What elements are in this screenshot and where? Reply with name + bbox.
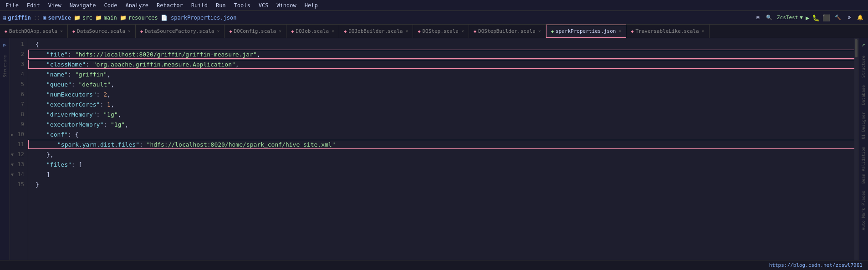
brand-service[interactable]: ▣ service [43,15,71,21]
right-label-checkmark[interactable]: ✓ [859,38,868,52]
code-line-10: "conf" : { [28,129,858,139]
tab-DQStepBuilder[interactable]: ◆ DQStepBuilder.scala × [469,25,546,38]
tab-close-icon[interactable]: × [618,29,621,34]
comma-5: , [107,91,111,98]
tab-label: DataSourceFactory.scala [145,28,214,34]
path-file[interactable]: 📄 sparkProperties.json [161,15,237,21]
tab-DQJobBuilder[interactable]: ◆ DQJobBuilder.scala × [339,25,413,38]
run-config-label: ZcsTest [777,15,798,20]
menu-view[interactable]: View [45,1,65,10]
tab-sparkProperties[interactable]: ◆ sparkProperties.json × [546,25,627,38]
scala-icon: ◆ [631,29,633,34]
tab-DataSource[interactable]: ◆ DataSource.scala × [68,25,136,38]
key-driverMemory: "driverMemory" [46,111,97,118]
tab-close-icon[interactable]: × [60,29,63,34]
stop-button[interactable]: ⬛ [822,14,830,21]
menu-navigate[interactable]: Navigate [66,1,100,10]
menu-edit[interactable]: Edit [23,1,44,10]
comma-4: , [111,81,114,88]
key-files: "files" [46,161,71,168]
debug-button[interactable]: 🐛 [812,14,820,21]
right-label-ui-designer[interactable]: UI Designer [860,108,867,143]
git-icon[interactable]: ⊞ [755,14,761,21]
tab-close-icon[interactable]: × [702,29,705,34]
right-label-database[interactable]: Database [860,82,867,108]
menu-help[interactable]: Help [301,1,322,10]
tab-DQJob[interactable]: ◆ DQJob.scala × [286,25,339,38]
line-4: 4 [10,69,28,79]
menu-vcs[interactable]: VCS [255,1,272,10]
menu-code[interactable]: Code [101,1,121,10]
line-6: 6 [10,89,28,99]
path-main[interactable]: 📁 main [95,15,117,21]
tab-DQConfig[interactable]: ◆ DQConfig.scala × [225,25,286,38]
tab-TraversableLike[interactable]: ◆ TraversableLike.scala × [626,25,709,38]
code-editor[interactable]: { "file" : "hdfs://localhost:8020/griffi… [28,38,858,270]
comma-9: , [50,151,54,158]
menu-build[interactable]: Build [188,1,211,10]
comma-7: , [118,111,122,118]
status-url: https://blog.csdn.net/zcswl7961 [769,262,863,268]
code-line-9: "executorMemory" : "1g" , [28,119,858,129]
tab-close-icon[interactable]: × [279,29,281,34]
menu-tools[interactable]: Tools [230,1,254,10]
tab-close-icon[interactable]: × [332,29,334,34]
line-10: ▶10 [10,129,28,139]
search-toolbar-icon[interactable]: 🔍 [764,14,774,21]
tab-label: DataSource.scala [77,28,125,34]
right-label-structure[interactable]: Structure [860,52,867,82]
menu-run[interactable]: Run [212,1,230,10]
menu-window[interactable]: Window [273,1,300,10]
tab-DataSourceFactory[interactable]: ◆ DataSourceFactory.scala × [136,25,225,38]
right-label-auto-mark[interactable]: Auto Mark Places [860,187,867,234]
sep1: :: [34,15,40,21]
line-13: ▼13 [10,159,28,169]
tab-DQStep[interactable]: ◆ DQStep.scala × [413,25,469,38]
build-button[interactable]: 🔨 [833,14,843,21]
code-line-2: "file" : "hdfs://localhost:8020/griffin/… [28,49,858,59]
tab-close-icon[interactable]: × [538,29,541,34]
colon-4: : [71,81,79,88]
run-button[interactable]: ▶ [806,14,809,21]
tab-close-icon[interactable]: × [405,29,408,34]
tab-label: sparkProperties.json [556,28,616,34]
tab-BatchDQApp[interactable]: ◆ BatchDQApp.scala × [0,25,68,38]
structure-panel-icon[interactable]: Structure [2,53,8,79]
colon-3: : [68,71,75,78]
menu-refactor[interactable]: Refactor [153,1,187,10]
settings-icon[interactable]: ⚙ [846,14,853,21]
tab-close-icon[interactable]: × [217,29,220,34]
code-line-7: "executorCores" : 1 , [28,99,858,109]
key-file: "file" [46,51,68,58]
path-src[interactable]: 📁 src [74,15,92,21]
tab-label: TraversableLike.scala [635,28,699,34]
module-icon: ▣ [43,15,46,21]
scala-icon: ◆ [418,29,420,34]
val-numExecutors: 2 [103,91,107,98]
line-12: ▼12 [10,149,28,159]
menu-analyze[interactable]: Analyze [122,1,152,10]
line-numbers: 1 2 3 4 5 6 7 8 9 ▶10 11 ▼12 ▼13 ▼14 15 [10,38,28,270]
menu-file[interactable]: File [2,1,22,10]
run-config[interactable]: ZcsTest ▼ [777,15,803,20]
line-8: 8 [10,109,28,119]
scala-icon: ◆ [474,29,476,34]
line-7: 7 [10,99,28,109]
notification-icon[interactable]: 🔔 [855,14,865,21]
path-label-file: sparkProperties.json [171,15,237,21]
tab-close-icon[interactable]: × [461,29,464,34]
folder-icon-resources: 📁 [120,15,127,21]
code-line-4: "name" : "griffin" , [28,69,858,79]
val-executorCores: 1 [107,101,111,108]
right-label-bean-validation[interactable]: Bean Validation [860,143,867,187]
tab-close-icon[interactable]: × [128,29,131,34]
colon-11: : [71,161,79,168]
bracket-files-open: [ [78,161,82,168]
scrollbar[interactable] [854,38,858,270]
path-resources[interactable]: 📁 resources [120,15,158,21]
bracket-files-close: ] [46,171,50,178]
brand-griffin[interactable]: ▤ griffin [3,15,31,21]
key-className: "className" [46,61,86,68]
project-panel-icon[interactable]: ▷ [2,40,7,50]
colon-2: : [86,61,93,68]
